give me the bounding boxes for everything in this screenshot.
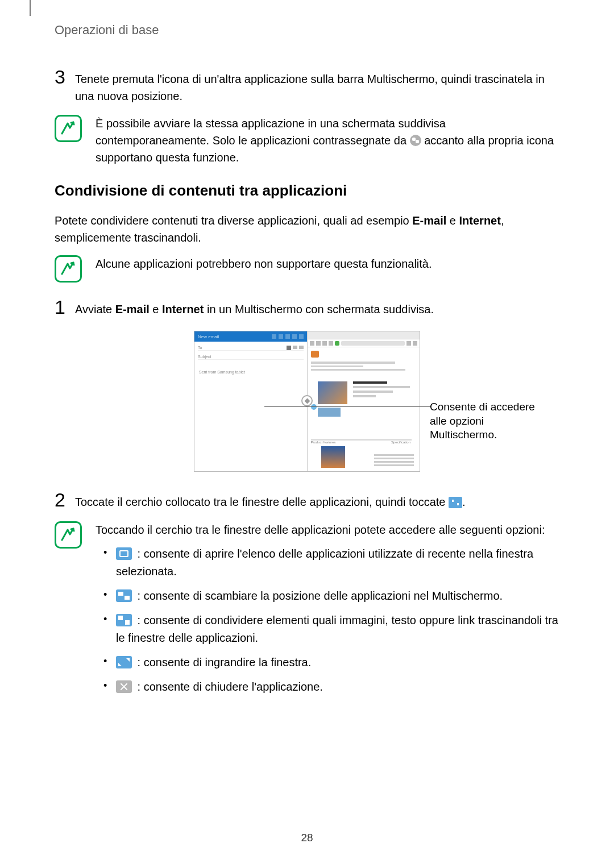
intro-and1: e — [446, 214, 459, 227]
step-3-text: Tenete premuta l'icona di un'altra appli… — [75, 68, 559, 105]
share-items-icon — [116, 614, 132, 626]
multiwindow-figure: New email To Subject Sent from Samsung t… — [55, 331, 559, 472]
screenshot-illustration: New email To Subject Sent from Samsung t… — [194, 331, 420, 472]
option-close-text: : consente di chiudere l'applicazione. — [134, 680, 323, 693]
multi-instance-icon — [410, 135, 421, 146]
step-1-prefix: Avviate — [75, 303, 115, 315]
tip-1: È possibile avviare la stessa applicazio… — [55, 115, 559, 166]
option-expand: : consente di ingrandire la finestra. — [111, 654, 559, 671]
figure-callout: Consente di accedere alle opzioni Multis… — [430, 400, 549, 442]
step-2-text: Toccate il cerchio collocato tra le fine… — [75, 491, 466, 510]
option-share-text: : consente di condividere elementi quali… — [116, 614, 558, 644]
option-swap: : consente di scambiare la posizione del… — [111, 587, 559, 605]
intro-email: E-mail — [412, 214, 446, 227]
step-1-email: E-mail — [115, 303, 150, 315]
note-icon — [55, 115, 82, 142]
expand-window-icon — [116, 656, 132, 668]
page-edge-mark — [30, 0, 31, 16]
step-2: 2 Toccate il cerchio collocato tra le fi… — [55, 491, 559, 511]
step-1-text: Avviate E-mail e Internet in un Multisch… — [75, 298, 434, 318]
tip-3-content: Toccando il cerchio tra le finestre dell… — [96, 521, 559, 703]
intro-prefix: Potete condividere contenuti tra diverse… — [55, 214, 412, 227]
tip-2: Alcune applicazioni potrebbero non suppo… — [55, 255, 559, 283]
note-icon — [55, 521, 82, 549]
intro-internet: Internet — [459, 214, 501, 227]
option-expand-text: : consente di ingrandire la finestra. — [134, 656, 311, 668]
option-swap-text: : consente di scambiare la posizione del… — [134, 589, 503, 602]
swap-position-icon — [116, 589, 132, 602]
callout-line — [264, 406, 431, 407]
options-list: : consente di aprire l'elenco delle appl… — [96, 545, 559, 696]
close-app-icon — [116, 680, 132, 693]
page-number: 28 — [0, 832, 614, 844]
step-1: 1 Avviate E-mail e Internet in un Multis… — [55, 298, 559, 318]
multiwindow-handle-icon — [301, 395, 313, 406]
tip-1-prefix: È possibile avviare la stessa applicazio… — [96, 117, 446, 147]
tip-2-text: Alcune applicazioni potrebbero non suppo… — [96, 255, 432, 272]
page-header: Operazioni di base — [55, 23, 559, 38]
tip-3: Toccando il cerchio tra le finestre dell… — [55, 521, 559, 703]
step-3: 3 Tenete premuta l'icona di un'altra app… — [55, 68, 559, 105]
note-icon — [55, 255, 82, 283]
option-share: : consente di condividere elementi quali… — [111, 612, 559, 647]
step-1-and: e — [150, 303, 162, 315]
step-1-internet: Internet — [162, 303, 204, 315]
intro-paragraph: Potete condividere contenuti tra diverse… — [55, 212, 559, 246]
step-2-prefix: Toccate il cerchio collocato tra le fine… — [75, 496, 449, 508]
option-recent: : consente di aprire l'elenco delle appl… — [111, 545, 559, 580]
section-heading: Condivisione di contenuti tra applicazio… — [55, 182, 559, 200]
step-1-suffix: in un Multischermo con schermata suddivi… — [204, 303, 434, 315]
option-close: : consente di chiudere l'applicazione. — [111, 678, 559, 696]
step-number-1: 1 — [55, 296, 75, 318]
step-2-suffix: . — [462, 496, 466, 508]
tip-3-intro: Toccando il cerchio tra le finestre dell… — [96, 521, 559, 538]
recent-apps-icon — [116, 547, 132, 560]
share-content-icon — [449, 497, 462, 508]
option-recent-text: : consente di aprire l'elenco delle appl… — [116, 547, 533, 578]
tip-1-text: È possibile avviare la stessa applicazio… — [96, 115, 559, 166]
step-number-2: 2 — [55, 489, 75, 511]
step-number-3: 3 — [55, 66, 75, 88]
